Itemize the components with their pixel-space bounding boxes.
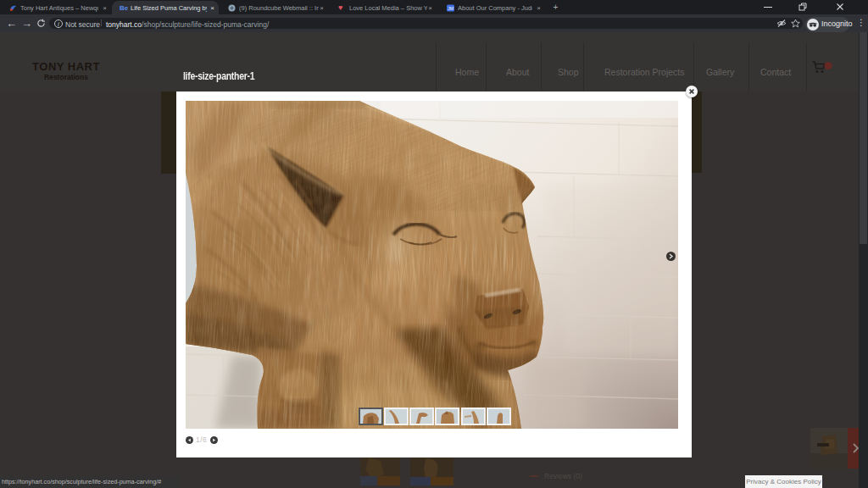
svg-text:JM: JM (448, 6, 453, 11)
